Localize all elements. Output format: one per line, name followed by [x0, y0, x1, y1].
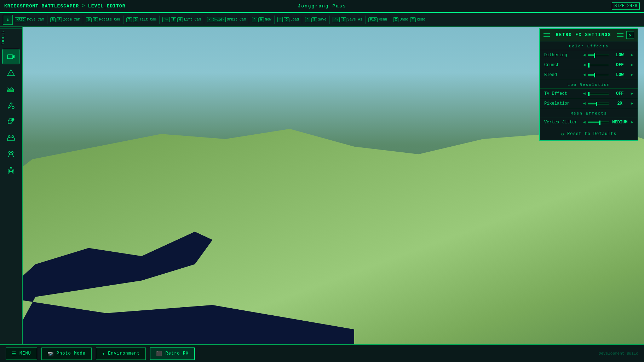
- environment-label: Environment: [108, 351, 140, 356]
- vertex-jitter-slider[interactable]: [588, 121, 609, 123]
- svg-point-14: [12, 136, 14, 138]
- separator: [365, 16, 366, 24]
- left-sidebar: TOOLS: [0, 27, 23, 344]
- panel-close-button[interactable]: ✕: [626, 31, 634, 39]
- separator: [47, 16, 47, 24]
- mesh-effects-header: Mesh Effects: [540, 109, 638, 117]
- toolbar-save-as[interactable]: ⌃⇧ S Save As: [333, 17, 362, 22]
- vertex-jitter-value: MEDIUM: [611, 120, 629, 125]
- separator: [302, 16, 302, 24]
- separator: [249, 16, 249, 24]
- separator: [159, 16, 160, 24]
- svg-point-18: [12, 152, 13, 153]
- menu-button[interactable]: ☰ MENU: [6, 348, 37, 360]
- svg-point-22: [8, 170, 10, 171]
- panel-header: RETRO FX SETTINGS ✕: [540, 29, 638, 41]
- info-button[interactable]: ℹ: [3, 15, 13, 25]
- bleed-row: Bleed ◀ LOW ▶: [540, 70, 638, 80]
- crunch-label: Crunch: [544, 63, 583, 68]
- tool-terrain1[interactable]: [2, 65, 19, 81]
- bleed-control[interactable]: ◀ LOW ▶: [583, 72, 633, 77]
- tv-effect-control[interactable]: ◀ OFF ▶: [583, 91, 633, 96]
- svg-point-13: [8, 136, 10, 138]
- separator: [204, 16, 204, 24]
- tv-effect-arrow-left[interactable]: ◀: [583, 91, 586, 96]
- tool-terrain2[interactable]: [2, 81, 19, 97]
- tv-effect-slider[interactable]: [588, 93, 609, 95]
- toolbar-tilt-cam[interactable]: T G Tilt Cam: [126, 17, 156, 22]
- tool-units3[interactable]: [2, 163, 19, 178]
- dithering-control[interactable]: ◀ LOW ▶: [583, 52, 633, 58]
- toolbar-menu[interactable]: F10 Menu: [368, 17, 387, 22]
- toolbar-move-cam[interactable]: WASD Move Cam: [15, 17, 44, 22]
- photo-mode-button[interactable]: 📷 Photo Mode: [41, 348, 92, 360]
- separator: [329, 16, 330, 24]
- dithering-arrow-right[interactable]: ▶: [631, 52, 633, 58]
- tools-label: TOOLS: [0, 28, 22, 47]
- crunch-control[interactable]: ◀ OFF ▶: [583, 62, 633, 68]
- toolbar-undo[interactable]: Z Undo: [393, 17, 408, 22]
- separator: [390, 16, 390, 24]
- toolbar-save[interactable]: ⌃ S Save: [305, 17, 327, 22]
- dithering-arrow-left[interactable]: ◀: [583, 52, 586, 58]
- title-separator: >: [82, 3, 85, 9]
- pixelation-arrow-right[interactable]: ▶: [631, 101, 633, 106]
- tv-effect-value: OFF: [611, 91, 629, 96]
- bleed-value: LOW: [611, 72, 629, 77]
- svg-point-17: [9, 152, 11, 153]
- crunch-row: Crunch ◀ OFF ▶: [540, 60, 638, 70]
- svg-point-20: [10, 168, 12, 169]
- title-bar: KRIEGSFRONT BATTLESCAPER > LEVEL_EDITOR …: [0, 0, 644, 13]
- toolbar-new[interactable]: ⌃ N New: [252, 17, 271, 22]
- tv-effect-arrow-right[interactable]: ▶: [631, 91, 633, 96]
- reset-defaults-button[interactable]: ↺ Reset to Defaults: [540, 127, 638, 140]
- pixelation-arrow-left[interactable]: ◀: [583, 101, 586, 106]
- photo-mode-icon: 📷: [47, 351, 54, 357]
- tool-units2[interactable]: [2, 146, 19, 162]
- separator: [83, 16, 83, 24]
- toolbar-rotate-cam[interactable]: Q E Rotate Cam: [86, 17, 120, 22]
- toolbar-zoom-cam[interactable]: R F Zoom Cam: [50, 17, 80, 22]
- vertex-jitter-control[interactable]: ◀ MEDIUM ▶: [583, 119, 633, 125]
- svg-rect-12: [7, 138, 15, 141]
- environment-button[interactable]: ✦ Environment: [96, 348, 146, 360]
- crunch-slider[interactable]: [588, 64, 609, 66]
- size-info: SIZE 24×8: [612, 2, 640, 10]
- bleed-arrow-right[interactable]: ▶: [631, 72, 633, 77]
- pixelation-slider[interactable]: [588, 103, 609, 105]
- tv-effect-label: TV Effect: [544, 91, 583, 96]
- toolbar-lift-cam[interactable]: ⌥+ T G Lift Cam: [162, 17, 201, 22]
- bleed-slider[interactable]: [588, 74, 609, 76]
- separator: [123, 16, 123, 24]
- pixelation-value: 2X: [611, 101, 629, 106]
- reset-icon: ↺: [561, 131, 564, 137]
- tool-units1[interactable]: [2, 130, 19, 146]
- pixelation-control[interactable]: ◀ 2X ▶: [583, 101, 633, 106]
- tool-paint[interactable]: [2, 98, 19, 113]
- reset-label: Reset to Defaults: [567, 132, 616, 136]
- toolbar-orbit-cam[interactable]: ⌥ (Hold) Orbit Cam: [207, 17, 246, 22]
- vertex-jitter-arrow-right[interactable]: ▶: [631, 119, 633, 125]
- bleed-arrow-left[interactable]: ◀: [583, 72, 586, 77]
- svg-point-5: [12, 106, 14, 109]
- svg-point-23: [12, 170, 14, 171]
- dithering-slider[interactable]: [588, 54, 609, 56]
- toolbar-redo[interactable]: Y Redo: [410, 17, 425, 22]
- separator: [274, 16, 275, 24]
- tool-objects[interactable]: [2, 114, 19, 129]
- dev-build-label: Development Build: [599, 351, 638, 356]
- vertex-jitter-arrow-left[interactable]: ◀: [583, 119, 586, 125]
- app-name: KRIEGSFRONT BATTLESCAPER: [4, 4, 79, 9]
- tool-camera[interactable]: [2, 49, 19, 64]
- low-resolution-header: Low Resolution: [540, 80, 638, 89]
- crunch-arrow-left[interactable]: ◀: [583, 62, 586, 68]
- photo-mode-label: Photo Mode: [57, 351, 86, 356]
- menu-label: MENU: [19, 351, 31, 356]
- crunch-value: OFF: [611, 63, 629, 68]
- retro-fx-button[interactable]: ⬛ Retro FX: [150, 348, 195, 360]
- crunch-arrow-right[interactable]: ▶: [631, 62, 633, 68]
- pixelation-row: Pixelation ◀ 2X ▶: [540, 99, 638, 109]
- toolbar-load[interactable]: ⌃ O Load: [277, 17, 299, 22]
- bleed-label: Bleed: [544, 72, 583, 77]
- retro-fx-label: Retro FX: [165, 351, 189, 356]
